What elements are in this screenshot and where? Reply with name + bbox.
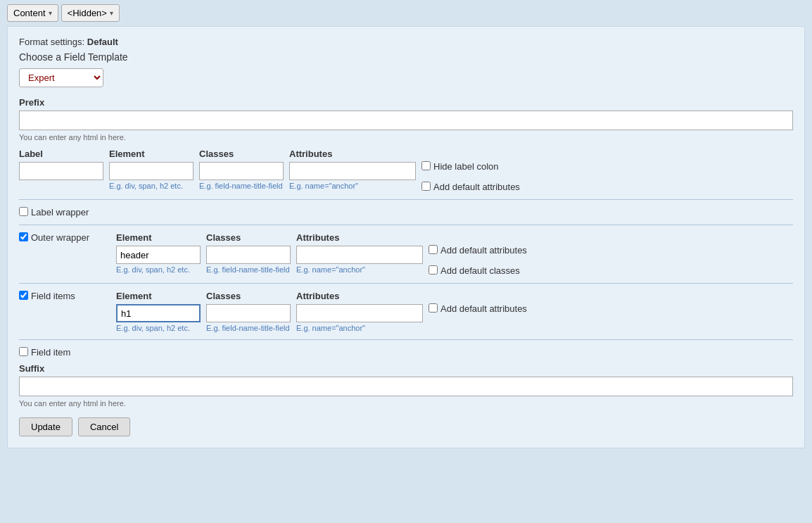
field-item-checkbox-label[interactable]: Field item — [19, 347, 793, 358]
label-row-headers: Label Element E.g. div, span, h2 etc. Cl… — [19, 149, 793, 192]
outer-wrapper-classes-col: Classes — [206, 232, 291, 243]
label-input[interactable] — [19, 162, 103, 180]
label-attributes-hint: E.g. name="anchor" — [289, 182, 416, 190]
hidden-label: <Hidden> — [68, 8, 107, 18]
col-header-attributes: Attributes — [289, 149, 416, 159]
label-wrapper-checkbox-label[interactable]: Label wrapper — [19, 207, 793, 218]
field-template-select[interactable]: Expert Basic Advanced — [19, 68, 103, 87]
outer-add-default-classes-checkbox[interactable] — [429, 265, 438, 275]
outer-wrapper-element-hint: E.g. div, span, h2 etc. — [116, 265, 201, 274]
outer-wrapper-element-col: Element — [116, 232, 201, 243]
hide-label-colon-checkbox-label[interactable]: Hide label colon — [421, 161, 534, 172]
add-default-attrs-checkbox[interactable] — [421, 182, 431, 191]
field-items-classes-input[interactable] — [206, 304, 291, 322]
field-items-checkbox-label[interactable]: Field items — [19, 291, 110, 301]
outer-wrapper-text: Outer wrapper — [31, 232, 89, 243]
prefix-label: Prefix — [19, 97, 793, 108]
outer-wrapper-attributes-input[interactable] — [296, 246, 423, 264]
outer-wrapper-element-input[interactable] — [116, 246, 201, 264]
add-default-attrs-text: Add default attributes — [433, 182, 520, 192]
outer-add-default-attrs-label[interactable]: Add default attributes — [429, 245, 541, 256]
content-dropdown[interactable]: Content ▾ — [7, 4, 58, 22]
hide-label-colon-text: Hide label colon — [433, 161, 499, 172]
field-items-element-col: Element — [116, 291, 201, 301]
outer-wrapper-classes-input[interactable] — [206, 246, 291, 264]
outer-wrapper-checkbox-label[interactable]: Outer wrapper — [19, 232, 110, 243]
outer-wrapper-attributes-hint: E.g. name="anchor" — [296, 265, 423, 274]
field-items-classes-col: Classes — [206, 291, 291, 301]
suffix-hint: You can enter any html in here. — [19, 399, 793, 408]
outer-add-default-classes-label[interactable]: Add default classes — [429, 265, 541, 276]
prefix-input[interactable] — [19, 111, 793, 130]
label-element-input[interactable] — [109, 162, 194, 180]
update-button[interactable]: Update — [19, 417, 72, 436]
format-settings-value: Default — [87, 37, 118, 47]
hidden-dropdown[interactable]: <Hidden> ▾ — [61, 4, 120, 22]
field-items-text: Field items — [31, 291, 75, 301]
label-wrapper-checkbox[interactable] — [19, 207, 28, 216]
field-items-add-default-attrs-label[interactable]: Add default attributes — [429, 303, 541, 314]
outer-add-default-classes-text: Add default classes — [440, 265, 520, 276]
cancel-button[interactable]: Cancel — [78, 417, 130, 436]
format-settings-label: Format settings: — [19, 37, 84, 47]
field-items-row: Field items Element E.g. div, span, h2 e… — [19, 291, 793, 332]
label-wrapper-section: Label wrapper — [19, 207, 793, 218]
outer-add-default-attrs-text: Add default attributes — [440, 245, 527, 256]
format-settings: Format settings: Default — [19, 37, 793, 47]
label-element-hint: E.g. div, span, h2 etc. — [109, 182, 194, 190]
col-header-label: Label — [19, 149, 103, 159]
outer-wrapper-classes-hint: E.g. field-name-title-field — [206, 265, 291, 274]
main-content: Format settings: Default Choose a Field … — [7, 26, 805, 448]
divider-4 — [19, 339, 793, 340]
label-attributes-input[interactable] — [289, 162, 416, 180]
outer-add-default-attrs-checkbox[interactable] — [429, 245, 438, 254]
hide-label-colon-checkbox[interactable] — [421, 161, 431, 170]
suffix-input[interactable] — [19, 377, 793, 396]
field-item-section: Field item — [19, 347, 793, 358]
label-wrapper-text: Label wrapper — [31, 207, 89, 218]
field-items-add-default-attrs-checkbox[interactable] — [429, 303, 438, 313]
field-item-text: Field item — [31, 347, 70, 358]
content-arrow: ▾ — [49, 9, 52, 17]
field-items-classes-hint: E.g. field-name-title-field — [206, 324, 291, 332]
divider-2 — [19, 225, 793, 225]
label-classes-input[interactable] — [199, 162, 284, 180]
field-items-attributes-hint: E.g. name="anchor" — [296, 324, 423, 332]
choose-field-template-label: Choose a Field Template — [19, 51, 793, 63]
col-header-classes: Classes — [199, 149, 284, 159]
divider-1 — [19, 199, 793, 200]
button-row: Update Cancel — [19, 417, 793, 436]
field-items-element-input[interactable] — [116, 304, 201, 322]
prefix-hint: You can enter any html in here. — [19, 133, 793, 141]
content-label: Content — [13, 8, 46, 18]
hidden-arrow: ▾ — [110, 9, 113, 17]
field-items-attributes-input[interactable] — [296, 304, 423, 322]
top-bar: Content ▾ <Hidden> ▾ — [0, 0, 812, 26]
outer-wrapper-checkbox[interactable] — [19, 232, 28, 241]
col-header-element: Element — [109, 149, 194, 159]
field-items-checkbox[interactable] — [19, 291, 28, 300]
outer-wrapper-row: Outer wrapper Element E.g. div, span, h2… — [19, 232, 793, 276]
outer-wrapper-attributes-col: Attributes — [296, 232, 423, 243]
field-items-element-hint: E.g. div, span, h2 etc. — [116, 324, 201, 332]
add-default-attrs-checkbox-label[interactable]: Add default attributes — [421, 182, 534, 192]
divider-3 — [19, 283, 793, 284]
label-classes-hint: E.g. field-name-title-field — [199, 182, 284, 190]
field-items-attributes-col: Attributes — [296, 291, 423, 301]
field-items-add-default-attrs-text: Add default attributes — [440, 303, 527, 314]
field-item-checkbox[interactable] — [19, 347, 28, 356]
suffix-label: Suffix — [19, 363, 793, 374]
